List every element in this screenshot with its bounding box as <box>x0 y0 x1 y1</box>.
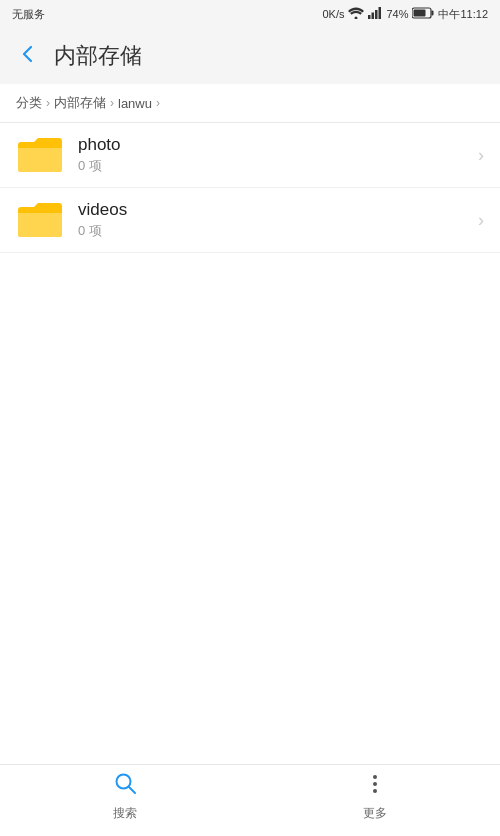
svg-rect-6 <box>432 11 434 16</box>
folder-icon-videos <box>16 200 64 240</box>
time-text: 中午11:12 <box>438 7 488 22</box>
status-bar: 无服务 0K/s 74% 中午11:12 <box>0 0 500 28</box>
breadcrumb-lanwu[interactable]: lanwu <box>118 96 152 111</box>
svg-rect-2 <box>372 13 375 20</box>
folder-item-videos[interactable]: videos 0 项 › <box>0 188 500 253</box>
signal-icon <box>368 7 382 21</box>
svg-rect-3 <box>375 10 378 19</box>
speed-text: 0K/s <box>322 8 344 20</box>
status-right: 0K/s 74% 中午11:12 <box>322 7 488 22</box>
breadcrumb-category[interactable]: 分类 <box>16 94 42 112</box>
svg-point-11 <box>373 782 377 786</box>
chevron-icon-videos: › <box>478 210 484 231</box>
folder-info-photo: photo 0 项 <box>78 135 478 175</box>
breadcrumb-sep-1: › <box>46 96 50 110</box>
breadcrumb-internal[interactable]: 内部存储 <box>54 94 106 112</box>
folder-name-photo: photo <box>78 135 478 155</box>
svg-point-10 <box>373 775 377 779</box>
breadcrumb: 分类 › 内部存储 › lanwu › <box>0 84 500 123</box>
svg-rect-1 <box>368 15 371 19</box>
breadcrumb-sep-3: › <box>156 96 160 110</box>
more-icon <box>363 772 387 801</box>
bottom-nav: 搜索 更多 <box>0 764 500 836</box>
app-header: 内部存储 <box>0 28 500 84</box>
more-label: 更多 <box>363 805 387 822</box>
file-list: photo 0 项 › videos 0 项 › <box>0 123 500 764</box>
carrier-text: 无服务 <box>12 7 45 22</box>
folder-info-videos: videos 0 项 <box>78 200 478 240</box>
back-button[interactable] <box>16 43 38 69</box>
breadcrumb-sep-2: › <box>110 96 114 110</box>
svg-point-0 <box>355 17 358 20</box>
search-label: 搜索 <box>113 805 137 822</box>
battery-text: 74% <box>386 8 408 20</box>
svg-line-9 <box>129 787 135 793</box>
folder-meta-videos: 0 项 <box>78 222 478 240</box>
folder-meta-photo: 0 项 <box>78 157 478 175</box>
folder-name-videos: videos <box>78 200 478 220</box>
battery-icon <box>412 7 434 21</box>
svg-point-12 <box>373 789 377 793</box>
page-title: 内部存储 <box>54 41 142 71</box>
svg-rect-7 <box>414 10 426 17</box>
wifi-icon <box>348 7 364 21</box>
search-icon <box>113 771 137 801</box>
nav-search[interactable]: 搜索 <box>93 767 157 826</box>
nav-more[interactable]: 更多 <box>343 768 407 826</box>
svg-rect-4 <box>379 7 382 19</box>
chevron-icon-photo: › <box>478 145 484 166</box>
folder-icon-photo <box>16 135 64 175</box>
folder-item-photo[interactable]: photo 0 项 › <box>0 123 500 188</box>
